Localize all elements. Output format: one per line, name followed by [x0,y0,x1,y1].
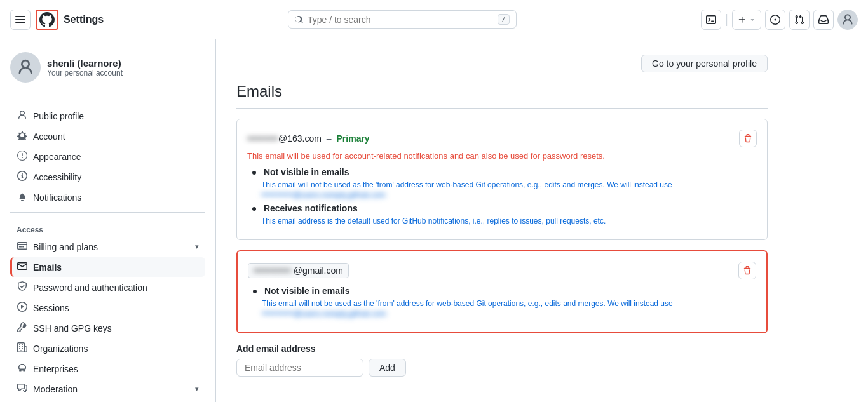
goto-profile-button[interactable]: Go to your personal profile [641,55,768,72]
add-email-button[interactable]: Add [369,359,406,377]
create-button[interactable] [732,10,761,30]
emails-icon [17,261,28,273]
email-suffix-primary: @163.com [278,133,322,144]
password-icon [17,281,28,293]
sidebar-item-emails: Emails [10,257,205,277]
bullet-title-2: Receives notifications [264,203,358,213]
enterprises-icon [17,363,28,375]
nav-organizations-label: Organizations [33,344,88,354]
organizations-icon [17,342,28,354]
gmail-blurred: •••••••••••• [254,265,291,276]
nav-account[interactable]: Account [10,126,205,146]
add-email-section: Add email address Add [236,344,768,377]
navbar: Settings / | [0,0,868,39]
delete-primary-email-button[interactable] [739,130,757,147]
primary-email-desc: This email will be used for account-rela… [247,151,757,161]
bullet-not-visible: Not visible in emails This email will no… [247,167,757,199]
sidebar-item-accessibility: Accessibility [10,167,205,187]
bullet-desc-2: This email address is the default used f… [252,215,757,225]
account-icon [17,130,28,142]
bullet-desc-1: This email will not be used as the 'from… [252,179,757,199]
sidebar-divider-1 [10,212,205,213]
nav-appearance[interactable]: Appearance [10,147,205,166]
nav-emails[interactable]: Emails [10,257,205,277]
page-title: Emails [236,83,768,109]
sidebar-subtitle: Your personal account [47,69,123,77]
nav-billing[interactable]: Billing and plans ▾ [10,237,205,257]
sidebar-section-access: Access [10,218,205,237]
bullet-title-1: Not visible in emails [264,167,349,177]
nav-sessions[interactable]: Sessions [10,298,205,318]
blurred-noreply-1: ••••••••••••@users.noreply.github.com [261,191,386,199]
sidebar-item-sessions: Sessions [10,298,205,318]
email-header-primary: ••••••••••@163.com – Primary [247,130,757,147]
moderation-chevron: ▾ [195,385,199,393]
blurred-noreply-2: ••••••••••••@users.noreply.github.com [262,309,386,318]
search-input[interactable] [308,15,494,25]
search-icon [295,15,304,24]
delete-gmail-button[interactable] [738,262,756,279]
bullet-desc-text-2: This email address is the default used f… [261,217,606,225]
nav-enterprises-label: Enterprises [33,364,78,374]
bullet-dot-3 [253,290,257,293]
main-content: Go to your personal profile Emails •••••… [216,39,788,402]
email-address-primary: ••••••••••@163.com – Primary [247,133,370,144]
moderation-icon [17,383,28,395]
nav-ssh[interactable]: SSH and GPG keys [10,318,205,338]
search-bar[interactable]: / [288,10,517,29]
issues-button[interactable] [765,10,785,30]
billing-chevron: ▾ [195,243,199,251]
bullet-not-visible-gmail: Not visible in emails This email will no… [248,286,756,318]
nav-enterprises[interactable]: Enterprises [10,359,205,379]
sidebar-item-billing: Billing and plans ▾ [10,237,205,257]
gmail-email-card: ••••••••••••@gmail.com Not visible in em… [236,250,768,333]
hamburger-button[interactable] [10,10,31,30]
email-address-input[interactable] [236,359,363,377]
nav-appearance-label: Appearance [33,152,81,162]
appearance-icon [17,151,28,163]
gmail-suffix: @gmail.com [294,265,343,276]
email-address-gmail: ••••••••••••@gmail.com [248,263,349,278]
navbar-center: / [111,10,693,29]
email-header-gmail: ••••••••••••@gmail.com [248,262,756,279]
sessions-icon [17,302,28,314]
nav-notifications[interactable]: Notifications [10,187,205,207]
sidebar-avatar [10,52,41,83]
nav-moderation[interactable]: Moderation ▾ [10,379,205,399]
avatar[interactable] [837,10,858,30]
bullet-dot-1 [252,171,256,175]
sidebar-item-enterprises: Enterprises [10,359,205,379]
sidebar-access-nav: Billing and plans ▾ Emails Password [10,237,205,399]
nav-accessibility[interactable]: Accessibility [10,167,205,187]
sidebar-item-password: Password and authentication [10,278,205,297]
settings-title: Settings [64,14,104,25]
email-blurred-primary: •••••••••• [247,133,278,144]
sidebar-item-account: Account [10,126,205,146]
terminal-button[interactable] [701,10,721,30]
nav-account-label: Account [33,131,65,142]
nav-organizations[interactable]: Organizations [10,338,205,358]
nav-public-profile[interactable]: Public profile [10,106,205,126]
nav-sessions-label: Sessions [33,303,69,313]
gmail-address-box: ••••••••••••@gmail.com [248,263,349,278]
svg-rect-2 [15,22,25,23]
navbar-right: | [701,10,858,30]
svg-rect-1 [15,19,25,20]
sidebar-item-ssh: SSH and GPG keys [10,318,205,338]
inbox-button[interactable] [813,10,834,30]
search-kbd: / [498,14,510,25]
primary-email-card: ••••••••••@163.com – Primary This email … [236,119,768,240]
nav-moderation-label: Moderation [33,384,78,394]
sidebar-item-moderation: Moderation ▾ [10,379,205,399]
github-logo [36,10,58,30]
nav-password[interactable]: Password and authentication [10,278,205,297]
nav-accessibility-label: Accessibility [33,172,81,182]
bullet-dot-2 [252,207,256,211]
pull-requests-button[interactable] [789,10,810,30]
nav-emails-label: Emails [33,262,62,272]
sidebar-item-notifications: Notifications [10,187,205,207]
primary-badge: Primary [337,133,370,144]
add-email-label: Add email address [236,344,768,354]
sidebar-user-info: shenli (learnore) Your personal account [47,58,123,77]
separator: | [725,12,728,27]
